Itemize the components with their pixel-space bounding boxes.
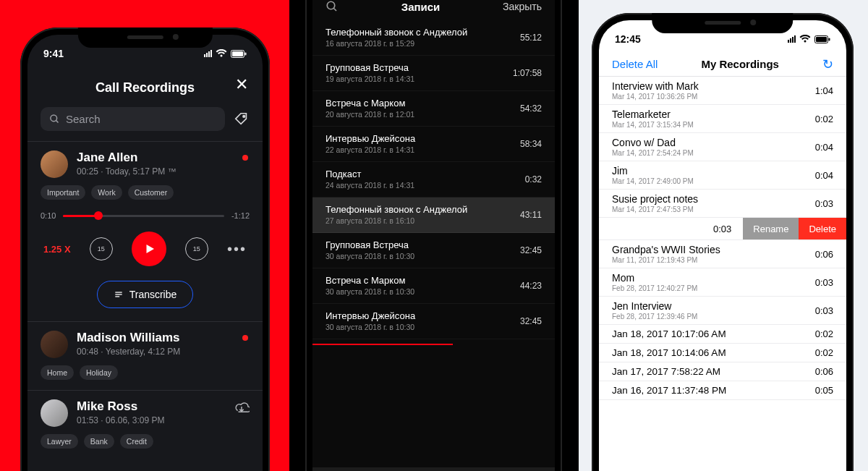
recording-row[interactable]: Jan 18, 2017 10:17:06 AM0:02 [599,325,846,344]
progress-track[interactable] [63,215,224,217]
page-title: Записи [401,1,441,13]
status-time: 9:41 [43,48,64,59]
more-icon[interactable]: ••• [227,241,247,258]
recording-row[interactable]: Встреча с Марком20 августа 2018 г. в 12:… [312,91,555,127]
svg-line-10 [333,8,336,11]
close-button[interactable]: Закрыть [503,1,542,12]
delete-all-button[interactable]: Delete All [612,58,658,70]
recording-title: Mom [612,272,697,284]
recording-title: Интервью Джейсона [326,133,415,144]
recording-date: Mar 14, 2017 10:36:26 PM [612,93,699,101]
svg-point-9 [327,1,335,9]
play-button[interactable] [132,232,166,266]
recording-item[interactable]: Jane Allen 00:25 · Today, 5:17 PM ™ Impo… [27,142,263,322]
recording-item[interactable]: Madison Williams 00:48 · Yesterday, 4:12… [27,322,263,391]
recording-duration: 0:06 [815,366,833,377]
recording-duration: 0:05 [815,385,833,396]
svg-point-3 [51,115,57,122]
progress-line [312,344,453,345]
recording-date: 19 августа 2018 г. в 14:31 [326,75,414,83]
recording-duration: 0:02 [815,114,833,124]
avatar [41,150,68,178]
transcribe-button[interactable]: Transcribe [97,281,194,308]
refresh-icon[interactable]: ↻ [822,56,833,72]
recording-meta: 00:48 · Yesterday, 4:12 PM [77,347,180,357]
svg-rect-1 [232,51,243,56]
tag-chip[interactable]: Home [41,365,74,380]
swipe-actions: 0:03 Rename Delete [599,218,846,240]
recording-row[interactable]: Convo w/ DadMar 14, 2017 2:54:24 PM0:04 [599,133,846,161]
wifi-icon [216,49,227,58]
swipe-row-duration: 0:03 [702,218,743,239]
tag-chip[interactable]: Lawyer [41,434,78,449]
recording-row[interactable]: Групповая Встреча19 августа 2018 г. в 14… [312,56,555,91]
recording-title: Convo w/ Dad [612,137,694,148]
recording-duration: 44:23 [520,281,542,291]
recording-duration: 55:12 [520,33,542,43]
recording-title: Групповая Встреча [326,62,414,73]
recording-date: Mar 14, 2017 2:49:00 PM [612,177,694,185]
tag-chip[interactable]: Work [91,185,122,200]
search-input[interactable]: Search [41,107,225,131]
tag-chip[interactable]: Holiday [80,365,118,380]
recording-meta: 01:53 · 06.06, 3:09 PM [77,415,164,425]
recording-row[interactable]: Групповая Встреча30 августа 2018 г. в 10… [312,233,555,268]
recording-date: 27 августа 2018 г. в 16:10 [326,216,467,225]
tag-chip[interactable]: Important [41,185,85,200]
tag-chip[interactable]: Bank [84,434,114,449]
avatar [41,399,68,427]
recording-row[interactable]: Jen InterviewFeb 28, 2017 12:39:46 PM0:0… [599,297,846,325]
recording-row[interactable]: MomFeb 28, 2017 12:40:27 PM0:03 [599,268,846,297]
recording-duration: 0:03 [815,198,833,209]
avatar [41,331,68,358]
recording-title: Interview with Mark [612,80,699,92]
close-icon[interactable]: ✕ [235,75,248,94]
phone-notch [652,13,793,33]
recording-row[interactable]: Телефонный звонок с Анджелой27 августа 2… [312,198,555,233]
recording-date: 24 августа 2018 г. в 14:31 [326,181,414,190]
battery-icon [231,50,247,58]
recording-item[interactable]: Mike Ross 01:53 · 06.06, 3:09 PM Lawyer … [27,391,263,459]
recording-title: Jan 18, 2017 10:17:06 AM [612,328,726,339]
tag-icon[interactable] [234,111,250,127]
recording-date: 30 августа 2018 г. в 10:30 [326,287,414,296]
phone-notch [77,27,212,48]
recording-row[interactable]: Интервью Джейсона22 августа 2018 г. в 14… [312,127,555,162]
cloud-download-icon[interactable] [234,401,250,414]
recording-row[interactable]: Jan 17, 2017 7:58:22 AM0:06 [599,362,846,381]
search-icon[interactable] [326,0,339,13]
recording-row[interactable]: JimMar 14, 2017 2:49:00 PM0:04 [599,161,846,190]
recording-title: Grandpa's WWII Stories [612,244,720,255]
recording-row[interactable]: Телефонный звонок с Анджелой16 августа 2… [312,20,555,56]
tag-chip[interactable]: Credit [120,434,153,449]
recording-duration: 0:02 [815,347,833,358]
recording-row[interactable]: Grandpa's WWII StoriesMar 11, 2017 12:19… [599,240,846,268]
recording-row[interactable]: Jan 18, 2017 10:14:06 AM0:02 [599,344,846,362]
forward-15-icon[interactable] [185,237,208,260]
svg-rect-2 [245,52,247,55]
recording-meta: 00:25 · Today, 5:17 PM ™ [77,166,176,177]
recording-row[interactable]: Interview with MarkMar 14, 2017 10:36:26… [599,77,846,105]
delete-button[interactable]: Delete [799,218,846,239]
rename-button[interactable]: Rename [743,218,799,239]
recording-row[interactable]: Jan 16, 2017 11:37:48 PM0:05 [599,381,846,400]
recording-row[interactable]: TelemarketerMar 14, 2017 3:15:34 PM0:02 [599,105,846,133]
recording-row[interactable]: Susie project notesMar 14, 2017 2:47:53 … [599,190,846,218]
recording-title: Подкаст [326,169,414,179]
recording-title: Telemarketer [612,109,694,120]
rewind-15-icon[interactable] [90,237,113,260]
recording-duration: 43:11 [520,210,542,220]
play-icon [143,242,156,255]
recording-row[interactable]: Встреча с Марком30 августа 2018 г. в 10:… [312,268,555,304]
recording-duration: 58:34 [520,139,542,149]
recording-row[interactable]: Подкаст24 августа 2018 г. в 14:310:32 [312,162,555,198]
speed-button[interactable]: 1.25 X [43,244,71,255]
tag-chip[interactable]: Customer [128,185,174,200]
page-title: Call Recordings [95,80,195,96]
recording-duration: 1:04 [815,85,833,96]
recording-title: Susie project notes [612,193,698,205]
recording-title: Интервью Джейсона [326,310,415,321]
recording-title: Встреча с Марком [326,275,414,286]
recording-title: Телефонный звонок с Анджелой [326,204,467,215]
recording-row[interactable]: Интервью Джейсона30 августа 2018 г. в 10… [312,304,555,339]
